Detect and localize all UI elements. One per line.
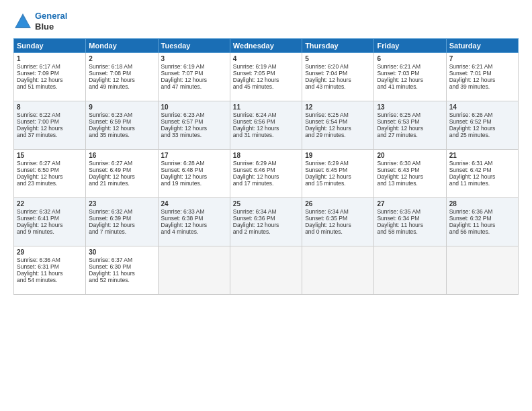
cell-line: Sunrise: 6:30 AM <box>377 160 443 167</box>
day-number: 12 <box>305 103 371 111</box>
cell-line: Sunrise: 6:23 AM <box>161 111 227 118</box>
day-number: 11 <box>233 103 299 111</box>
calendar-cell: 14Sunrise: 6:26 AMSunset: 6:52 PMDayligh… <box>446 101 518 150</box>
calendar-cell: 11Sunrise: 6:24 AMSunset: 6:56 PMDayligh… <box>230 101 302 150</box>
cell-line: Sunrise: 6:19 AM <box>233 63 299 70</box>
cell-line: Daylight: 12 hours <box>161 77 227 83</box>
cell-line: Sunrise: 6:22 AM <box>17 111 83 118</box>
calendar-cell: 1Sunrise: 6:17 AMSunset: 7:09 PMDaylight… <box>14 53 86 101</box>
cell-line: Daylight: 12 hours <box>305 125 371 132</box>
day-number: 2 <box>89 55 154 62</box>
cell-line: Sunset: 7:05 PM <box>233 70 299 77</box>
cell-line: Daylight: 12 hours <box>17 125 83 132</box>
cell-line: and 58 minutes. <box>377 228 443 235</box>
cell-line: Daylight: 12 hours <box>89 125 154 132</box>
calendar-cell: 17Sunrise: 6:28 AMSunset: 6:48 PMDayligh… <box>158 150 230 198</box>
cell-line: Sunset: 6:42 PM <box>449 167 515 173</box>
calendar-cell: 19Sunrise: 6:29 AMSunset: 6:45 PMDayligh… <box>302 150 374 198</box>
cell-line: and 11 minutes. <box>449 180 515 187</box>
day-number: 27 <box>377 200 443 208</box>
cell-line: Daylight: 12 hours <box>377 173 443 180</box>
cell-line: Daylight: 11 hours <box>449 222 515 228</box>
calendar-cell: 26Sunrise: 6:34 AMSunset: 6:35 PMDayligh… <box>302 198 374 246</box>
calendar-cell <box>374 246 446 295</box>
cell-line: Daylight: 11 hours <box>17 270 83 277</box>
cell-line: Sunset: 6:32 PM <box>449 215 515 222</box>
cell-line: Daylight: 12 hours <box>89 173 154 180</box>
cell-line: Sunset: 6:56 PM <box>233 118 299 125</box>
cell-line: Daylight: 11 hours <box>89 270 154 277</box>
logo-icon <box>13 12 32 31</box>
cell-line: Sunset: 7:08 PM <box>89 70 154 77</box>
cell-line: and 13 minutes. <box>377 180 443 187</box>
cell-line: and 39 minutes. <box>449 83 515 90</box>
day-number: 14 <box>449 103 515 111</box>
cell-line: Sunset: 6:48 PM <box>161 167 227 173</box>
cell-line: Daylight: 12 hours <box>305 77 371 83</box>
logo-text: General Blue <box>35 11 67 32</box>
cell-line: Daylight: 12 hours <box>377 125 443 132</box>
day-number: 16 <box>89 152 154 159</box>
cell-line: Sunrise: 6:32 AM <box>89 208 154 215</box>
cell-line: and 2 minutes. <box>233 228 299 235</box>
cell-line: Daylight: 12 hours <box>449 77 515 83</box>
cell-line: Sunset: 6:35 PM <box>305 215 371 222</box>
cell-line: Sunrise: 6:21 AM <box>449 63 515 70</box>
day-number: 19 <box>305 152 371 159</box>
day-number: 13 <box>377 103 443 111</box>
cell-line: Daylight: 12 hours <box>233 125 299 132</box>
day-number: 3 <box>161 55 227 62</box>
cell-line: Sunset: 7:03 PM <box>377 70 443 77</box>
col-header-monday: Monday <box>86 39 158 53</box>
calendar-cell <box>446 246 518 295</box>
week-row-1: 1Sunrise: 6:17 AMSunset: 7:09 PMDaylight… <box>14 53 519 101</box>
cell-line: Sunrise: 6:29 AM <box>305 160 371 167</box>
cell-line: Sunset: 7:01 PM <box>449 70 515 77</box>
cell-line: Daylight: 12 hours <box>17 77 83 83</box>
cell-line: and 19 minutes. <box>161 180 227 187</box>
cell-line: Sunset: 6:54 PM <box>305 118 371 125</box>
cell-line: and 51 minutes. <box>17 83 83 90</box>
svg-marker-1 <box>16 16 30 27</box>
cell-line: and 9 minutes. <box>17 228 83 235</box>
calendar-cell: 7Sunrise: 6:21 AMSunset: 7:01 PMDaylight… <box>446 53 518 101</box>
cell-line: and 23 minutes. <box>17 180 83 187</box>
day-number: 10 <box>161 103 227 111</box>
calendar-cell: 13Sunrise: 6:25 AMSunset: 6:53 PMDayligh… <box>374 101 446 150</box>
cell-line: Sunset: 6:46 PM <box>233 167 299 173</box>
cell-line: Sunset: 6:45 PM <box>305 167 371 173</box>
calendar-cell <box>230 246 302 295</box>
cell-line: Daylight: 12 hours <box>233 173 299 180</box>
col-header-thursday: Thursday <box>302 39 374 53</box>
calendar-cell <box>158 246 230 295</box>
cell-line: Sunrise: 6:20 AM <box>305 63 371 70</box>
calendar-cell: 16Sunrise: 6:27 AMSunset: 6:49 PMDayligh… <box>86 150 158 198</box>
cell-line: Sunrise: 6:24 AM <box>233 111 299 118</box>
day-number: 28 <box>449 200 515 208</box>
cell-line: Sunset: 6:34 PM <box>377 215 443 222</box>
cell-line: and 27 minutes. <box>377 132 443 138</box>
day-number: 24 <box>161 200 227 208</box>
cell-line: Sunrise: 6:26 AM <box>449 111 515 118</box>
cell-line: and 41 minutes. <box>377 83 443 90</box>
cell-line: and 29 minutes. <box>305 132 371 138</box>
cell-line: Sunset: 6:57 PM <box>161 118 227 125</box>
cell-line: Daylight: 12 hours <box>377 77 443 83</box>
cell-line: Sunrise: 6:17 AM <box>17 63 83 70</box>
week-row-4: 22Sunrise: 6:32 AMSunset: 6:41 PMDayligh… <box>14 198 519 246</box>
cell-line: Daylight: 12 hours <box>233 222 299 228</box>
day-number: 15 <box>17 152 83 159</box>
cell-line: Sunrise: 6:25 AM <box>377 111 443 118</box>
col-header-saturday: Saturday <box>446 39 518 53</box>
day-number: 29 <box>17 248 83 256</box>
calendar-cell: 15Sunrise: 6:27 AMSunset: 6:50 PMDayligh… <box>14 150 86 198</box>
cell-line: and 17 minutes. <box>233 180 299 187</box>
cell-line: Sunrise: 6:29 AM <box>233 160 299 167</box>
cell-line: and 15 minutes. <box>305 180 371 187</box>
cell-line: Sunrise: 6:28 AM <box>161 160 227 167</box>
day-number: 6 <box>377 55 443 62</box>
calendar-cell: 5Sunrise: 6:20 AMSunset: 7:04 PMDaylight… <box>302 53 374 101</box>
cell-line: Sunset: 6:31 PM <box>17 263 83 270</box>
cell-line: Sunset: 7:04 PM <box>305 70 371 77</box>
day-number: 9 <box>89 103 154 111</box>
